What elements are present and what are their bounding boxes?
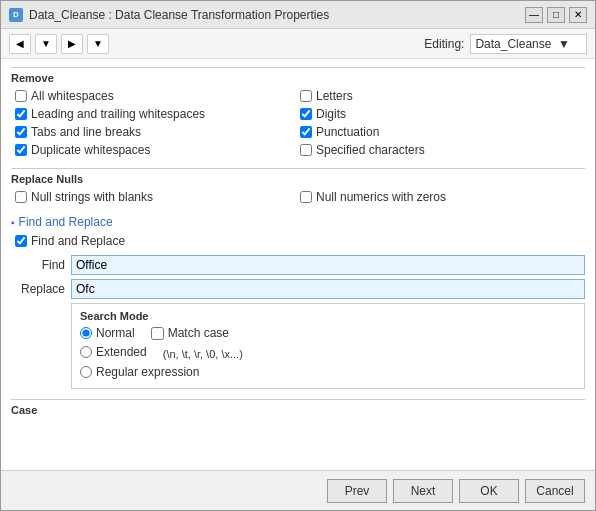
find-replace-section-label: Find and Replace bbox=[19, 215, 113, 229]
checkbox-match-case-input[interactable] bbox=[151, 327, 164, 340]
maximize-button[interactable]: □ bbox=[547, 7, 565, 23]
footer: Prev Next OK Cancel bbox=[1, 470, 595, 510]
replace-nulls-title: Replace Nulls bbox=[11, 168, 585, 185]
find-replace-body: Find and Replace Find Replace Search Mod… bbox=[15, 233, 585, 389]
checkbox-letters: Letters bbox=[300, 88, 585, 104]
checkbox-digits-label: Digits bbox=[316, 107, 346, 121]
search-mode-box: Search Mode Normal Match case bbox=[71, 303, 585, 389]
checkbox-duplicate-ws: Duplicate whitespaces bbox=[15, 142, 300, 158]
checkbox-find-replace-input[interactable] bbox=[15, 235, 27, 247]
app-icon: D bbox=[9, 8, 23, 22]
replace-input[interactable] bbox=[71, 279, 585, 299]
checkbox-digits: Digits bbox=[300, 106, 585, 122]
checkbox-digits-input[interactable] bbox=[300, 108, 312, 120]
extended-hint: (\n, \t, \r, \0, \x...) bbox=[163, 348, 243, 360]
checkbox-punctuation-input[interactable] bbox=[300, 126, 312, 138]
nav-forward-button[interactable]: ▶ bbox=[61, 34, 83, 54]
toolbar: ◀ ▼ ▶ ▼ Editing: Data_Cleanse ▼ bbox=[1, 29, 595, 59]
checkbox-leading-trailing: Leading and trailing whitespaces bbox=[15, 106, 300, 122]
ok-button[interactable]: OK bbox=[459, 479, 519, 503]
close-button[interactable]: ✕ bbox=[569, 7, 587, 23]
replace-nulls-section: Replace Nulls Null strings with blanks N… bbox=[11, 168, 585, 205]
search-mode-normal-row: Normal Match case bbox=[80, 326, 576, 343]
radio-regex: Regular expression bbox=[80, 365, 576, 379]
checkbox-null-zeros-label: Null numerics with zeros bbox=[316, 190, 446, 204]
prev-button[interactable]: Prev bbox=[327, 479, 387, 503]
checkbox-leading-trailing-input[interactable] bbox=[15, 108, 27, 120]
checkbox-letters-label: Letters bbox=[316, 89, 353, 103]
find-replace-header: ▪ Find and Replace bbox=[11, 215, 585, 229]
checkbox-punctuation-label: Punctuation bbox=[316, 125, 379, 139]
checkbox-duplicate-ws-label: Duplicate whitespaces bbox=[31, 143, 150, 157]
find-label: Find bbox=[15, 258, 65, 272]
editing-label: Editing: bbox=[424, 37, 464, 51]
expand-icon[interactable]: ▪ bbox=[11, 217, 15, 228]
editing-dropdown[interactable]: Data_Cleanse ▼ bbox=[470, 34, 587, 54]
checkbox-null-zeros: Null numerics with zeros bbox=[300, 189, 585, 205]
next-button[interactable]: Next bbox=[393, 479, 453, 503]
main-window: D Data_Cleanse : Data Cleanse Transforma… bbox=[0, 0, 596, 511]
minimize-button[interactable]: — bbox=[525, 7, 543, 23]
title-bar-controls: — □ ✕ bbox=[525, 7, 587, 23]
checkbox-tabs: Tabs and line breaks bbox=[15, 124, 300, 140]
search-mode-extended-row: Extended (\n, \t, \r, \0, \x...) bbox=[80, 345, 576, 362]
case-section: Case bbox=[11, 399, 585, 416]
window-title: Data_Cleanse : Data Cleanse Transformati… bbox=[29, 8, 329, 22]
radio-normal: Normal bbox=[80, 326, 135, 340]
checkbox-match-case: Match case bbox=[151, 326, 229, 340]
replace-label: Replace bbox=[15, 282, 65, 296]
content-area: Remove All whitespaces Letters Leadin bbox=[1, 59, 595, 428]
title-bar-left: D Data_Cleanse : Data Cleanse Transforma… bbox=[9, 8, 329, 22]
main-scroll-area[interactable]: Remove All whitespaces Letters Leadin bbox=[1, 59, 595, 470]
radio-regex-label: Regular expression bbox=[96, 365, 199, 379]
nav-dropdown-button[interactable]: ▼ bbox=[35, 34, 57, 54]
nav-forward-dropdown-button[interactable]: ▼ bbox=[87, 34, 109, 54]
checkbox-punctuation: Punctuation bbox=[300, 124, 585, 140]
checkbox-all-whitespaces: All whitespaces bbox=[15, 88, 300, 104]
checkbox-all-whitespaces-label: All whitespaces bbox=[31, 89, 114, 103]
checkbox-tabs-input[interactable] bbox=[15, 126, 27, 138]
radio-normal-input[interactable] bbox=[80, 327, 92, 339]
checkbox-leading-trailing-label: Leading and trailing whitespaces bbox=[31, 107, 205, 121]
checkbox-specified-chars-input[interactable] bbox=[300, 144, 312, 156]
checkbox-specified-chars-label: Specified characters bbox=[316, 143, 425, 157]
radio-extended: Extended bbox=[80, 345, 147, 359]
radio-normal-label: Normal bbox=[96, 326, 135, 340]
remove-title: Remove bbox=[11, 67, 585, 84]
checkbox-tabs-label: Tabs and line breaks bbox=[31, 125, 141, 139]
checkbox-find-replace-label: Find and Replace bbox=[31, 234, 125, 248]
checkbox-specified-chars: Specified characters bbox=[300, 142, 585, 158]
find-replace-section: ▪ Find and Replace Find and Replace Find bbox=[11, 215, 585, 389]
cancel-button[interactable]: Cancel bbox=[525, 479, 585, 503]
toolbar-left: ◀ ▼ ▶ ▼ bbox=[9, 34, 109, 54]
checkbox-match-case-label: Match case bbox=[168, 326, 229, 340]
radio-regex-input[interactable] bbox=[80, 366, 92, 378]
remove-checkboxes: All whitespaces Letters Leading and trai… bbox=[15, 88, 585, 158]
nav-back-button[interactable]: ◀ bbox=[9, 34, 31, 54]
title-bar: D Data_Cleanse : Data Cleanse Transforma… bbox=[1, 1, 595, 29]
checkbox-letters-input[interactable] bbox=[300, 90, 312, 102]
case-title: Case bbox=[11, 404, 585, 416]
checkbox-null-blanks: Null strings with blanks bbox=[15, 189, 300, 205]
find-input[interactable] bbox=[71, 255, 585, 275]
replace-row: Replace bbox=[15, 279, 585, 299]
checkbox-null-blanks-input[interactable] bbox=[15, 191, 27, 203]
checkbox-null-blanks-label: Null strings with blanks bbox=[31, 190, 153, 204]
replace-nulls-checkboxes: Null strings with blanks Null numerics w… bbox=[15, 189, 585, 205]
main-wrapper: Remove All whitespaces Letters Leadin bbox=[1, 59, 595, 470]
radio-extended-input[interactable] bbox=[80, 346, 92, 358]
remove-section: Remove All whitespaces Letters Leadin bbox=[11, 67, 585, 158]
search-mode-title: Search Mode bbox=[80, 310, 576, 322]
radio-extended-label: Extended bbox=[96, 345, 147, 359]
checkbox-duplicate-ws-input[interactable] bbox=[15, 144, 27, 156]
find-row: Find bbox=[15, 255, 585, 275]
editing-value: Data_Cleanse bbox=[475, 37, 551, 51]
checkbox-find-replace: Find and Replace bbox=[15, 233, 585, 249]
toolbar-right: Editing: Data_Cleanse ▼ bbox=[424, 34, 587, 54]
checkbox-null-zeros-input[interactable] bbox=[300, 191, 312, 203]
checkbox-all-whitespaces-input[interactable] bbox=[15, 90, 27, 102]
